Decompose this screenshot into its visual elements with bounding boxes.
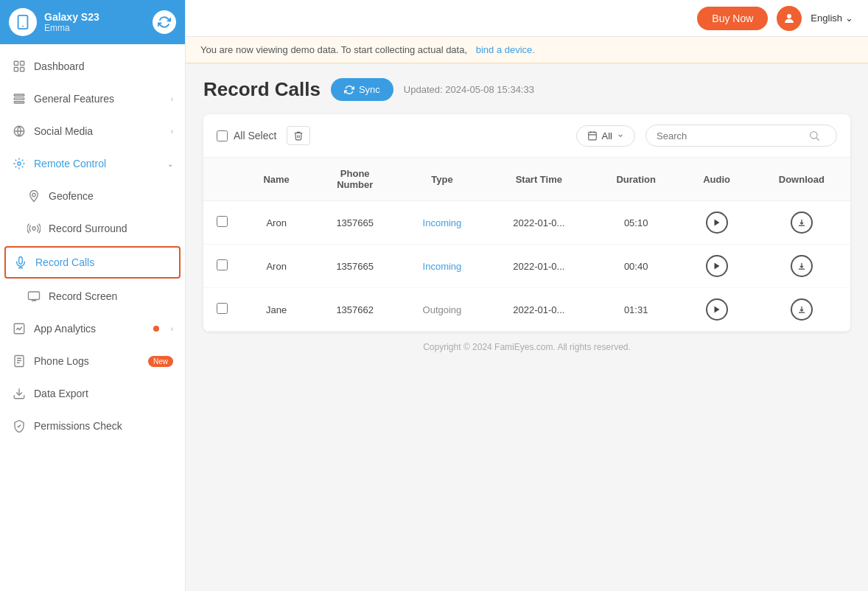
row-checkbox-1[interactable] bbox=[217, 259, 228, 270]
row-check-1 bbox=[203, 245, 241, 288]
sidebar-item-label-screen: Record Screen bbox=[49, 290, 173, 302]
svg-point-19 bbox=[811, 132, 817, 139]
svg-rect-4 bbox=[14, 68, 18, 71]
header-sync-button[interactable] bbox=[153, 10, 176, 34]
svg-rect-18 bbox=[588, 132, 596, 140]
updated-text: Updated: 2024-05-08 15:34:33 bbox=[404, 84, 534, 95]
sidebar-item-remote-control[interactable]: Remote Control ⌄ bbox=[0, 147, 185, 180]
analytics-dot bbox=[153, 326, 159, 332]
table-row: Jane 1357662 Outgoing 2022-01-0... 01:31 bbox=[203, 288, 850, 332]
page-content: Record Calls Sync Updated: 2024-05-08 15… bbox=[186, 63, 868, 591]
sidebar-item-record-calls[interactable]: Record Calls bbox=[4, 246, 181, 279]
sync-button[interactable]: Sync bbox=[331, 78, 393, 101]
sidebar: Galaxy S23 Emma Dashboard bbox=[0, 0, 186, 591]
filter-label: All bbox=[602, 130, 612, 141]
select-all-checkbox[interactable] bbox=[217, 130, 228, 141]
row-duration-1: 00:40 bbox=[592, 245, 681, 288]
row-start-0: 2022-01-0... bbox=[486, 201, 592, 245]
sidebar-item-geofence[interactable]: Geofence bbox=[0, 180, 185, 212]
table-row: Aron 1357665 Incoming 2022-01-0... 05:10 bbox=[203, 201, 850, 245]
filter-select[interactable]: All bbox=[576, 125, 635, 147]
user-name: Emma bbox=[44, 23, 145, 33]
copyright-text: Copyright © 2024 FamiEyes.com. All right… bbox=[423, 342, 631, 352]
svg-rect-2 bbox=[14, 61, 18, 65]
svg-rect-13 bbox=[29, 292, 40, 300]
play-button-2[interactable] bbox=[706, 298, 728, 321]
sidebar-item-general-features[interactable]: General Features › bbox=[0, 83, 185, 115]
sidebar-item-record-screen[interactable]: Record Screen bbox=[0, 280, 185, 312]
row-type-0: Incoming bbox=[398, 201, 486, 245]
sidebar-item-permissions-check[interactable]: Permissions Check bbox=[0, 410, 185, 442]
sidebar-item-label-analytics: App Analytics bbox=[34, 323, 146, 335]
sidebar-item-record-surround[interactable]: Record Surround bbox=[0, 212, 185, 245]
footer: Copyright © 2024 FamiEyes.com. All right… bbox=[203, 332, 850, 363]
row-audio-2 bbox=[680, 288, 752, 332]
language-selector[interactable]: English ⌄ bbox=[811, 13, 853, 24]
sidebar-item-app-analytics[interactable]: App Analytics › bbox=[0, 312, 185, 345]
sidebar-item-label-export: Data Export bbox=[34, 388, 173, 399]
svg-point-11 bbox=[32, 193, 36, 197]
search-input[interactable] bbox=[657, 130, 804, 141]
device-name: Galaxy S23 bbox=[44, 11, 145, 23]
download-button-0[interactable] bbox=[791, 211, 813, 234]
search-icon bbox=[808, 130, 820, 141]
svg-marker-24 bbox=[714, 263, 719, 270]
col-check bbox=[203, 158, 241, 201]
delete-button[interactable] bbox=[287, 126, 310, 145]
row-name-1: Aron bbox=[241, 245, 312, 288]
sidebar-item-dashboard[interactable]: Dashboard bbox=[0, 50, 185, 83]
sidebar-item-phone-logs[interactable]: Phone Logs New bbox=[0, 345, 185, 377]
select-all-area: All Select bbox=[217, 130, 276, 141]
device-info: Galaxy S23 Emma bbox=[44, 11, 145, 33]
lang-chevron-down-icon: ⌄ bbox=[845, 13, 853, 24]
buy-now-button[interactable]: Buy Now bbox=[697, 7, 768, 30]
bind-device-link[interactable]: bind a device. bbox=[476, 44, 535, 55]
sidebar-nav: Dashboard General Features › Social Medi… bbox=[0, 44, 185, 591]
col-download: Download bbox=[753, 158, 850, 201]
geofence-icon bbox=[27, 189, 41, 203]
sidebar-item-label-surround: Record Surround bbox=[49, 223, 173, 234]
language-label: English bbox=[811, 13, 842, 24]
search-box bbox=[645, 125, 837, 147]
demo-banner-text: You are now viewing demo data. To start … bbox=[200, 44, 467, 55]
sidebar-item-label-geofence: Geofence bbox=[49, 190, 173, 202]
row-phone-1: 1357665 bbox=[312, 245, 398, 288]
row-download-2 bbox=[753, 288, 850, 332]
social-media-icon bbox=[12, 124, 27, 139]
sidebar-item-label-remote: Remote Control bbox=[34, 158, 160, 169]
record-calls-icon bbox=[13, 255, 28, 270]
sidebar-item-social-media[interactable]: Social Media › bbox=[0, 115, 185, 147]
app-analytics-icon bbox=[12, 321, 27, 336]
sidebar-item-label-general: General Features bbox=[34, 93, 164, 105]
table-toolbar: All Select All bbox=[203, 114, 850, 158]
row-download-1 bbox=[753, 245, 850, 288]
col-name: Name bbox=[241, 158, 312, 201]
row-check-0 bbox=[203, 201, 241, 245]
sidebar-header: Galaxy S23 Emma bbox=[0, 0, 185, 44]
row-duration-2: 01:31 bbox=[592, 288, 681, 332]
play-button-0[interactable] bbox=[706, 211, 728, 234]
main-content: Buy Now English ⌄ You are now viewing de… bbox=[186, 0, 868, 591]
record-screen-icon bbox=[27, 289, 41, 304]
download-button-1[interactable] bbox=[791, 255, 813, 277]
col-audio: Audio bbox=[680, 158, 752, 201]
col-type: Type bbox=[398, 158, 486, 201]
svg-rect-15 bbox=[15, 356, 24, 367]
user-icon[interactable] bbox=[777, 6, 802, 31]
row-checkbox-2[interactable] bbox=[217, 303, 228, 314]
svg-marker-21 bbox=[714, 220, 719, 226]
download-button-2[interactable] bbox=[791, 298, 813, 321]
row-phone-2: 1357662 bbox=[312, 288, 398, 332]
svg-rect-8 bbox=[14, 102, 24, 103]
play-button-1[interactable] bbox=[706, 255, 728, 277]
col-phone: PhoneNumber bbox=[312, 158, 398, 201]
svg-point-10 bbox=[18, 162, 21, 166]
row-name-2: Jane bbox=[241, 288, 312, 332]
sidebar-item-data-export[interactable]: Data Export bbox=[0, 377, 185, 410]
svg-marker-27 bbox=[714, 307, 719, 313]
row-checkbox-0[interactable] bbox=[217, 216, 228, 227]
data-export-icon bbox=[12, 386, 27, 401]
remote-control-icon bbox=[12, 156, 27, 171]
svg-rect-5 bbox=[21, 68, 24, 71]
sidebar-item-label-dashboard: Dashboard bbox=[34, 60, 173, 72]
